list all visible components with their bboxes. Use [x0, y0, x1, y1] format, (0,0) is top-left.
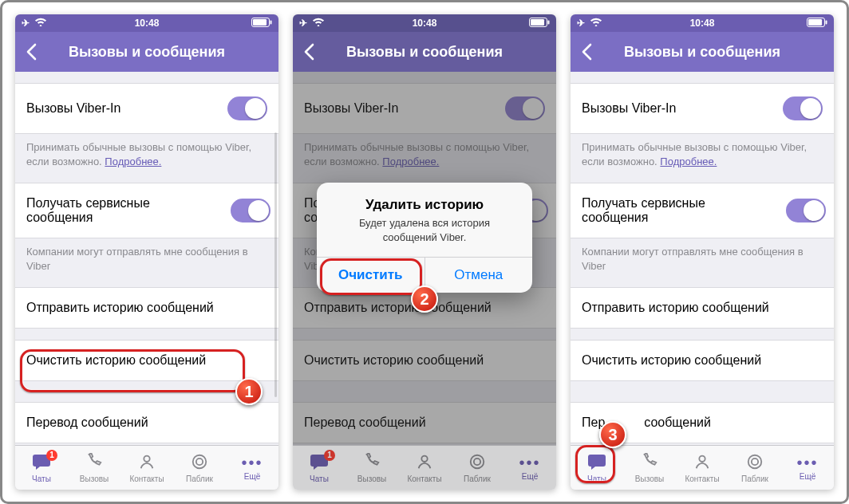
row-clear-history[interactable]: Очистить историю сообщений — [15, 340, 278, 381]
row-label: Вызовы Viber-In — [582, 101, 676, 116]
screenshot-step-1: ✈ 10:48 Вызовы и сообщения Вызовы Viber-… — [15, 14, 278, 490]
row-label: Отправить историю сообщений — [582, 301, 769, 315]
row-send-history[interactable]: Отправить историю сообщений — [571, 287, 834, 329]
tab-chats[interactable]: 1 Чаты — [15, 453, 68, 483]
row-label: Вызовы Viber-In — [26, 101, 120, 116]
settings-list: Вызовы Viber-In Принимать обычные вызовы… — [571, 72, 834, 445]
navbar: Вызовы и сообщения — [571, 32, 834, 72]
tab-label: Ещё — [244, 472, 260, 481]
tab-contacts[interactable]: Контакты — [676, 453, 729, 483]
tab-contacts[interactable]: Контакты — [120, 453, 173, 483]
more-icon: ••• — [241, 455, 263, 471]
public-icon — [468, 453, 486, 473]
more-icon: ••• — [519, 455, 540, 471]
more-icon: ••• — [796, 455, 818, 471]
tab-public[interactable]: Паблик — [729, 453, 781, 483]
tab-public[interactable]: Паблик — [173, 453, 226, 483]
status-time: 10:48 — [293, 18, 556, 29]
status-time: 10:48 — [571, 18, 834, 29]
status-time: 10:48 — [15, 18, 278, 29]
status-bar: ✈ 10:48 — [15, 14, 278, 32]
public-icon — [191, 453, 208, 473]
row-translate[interactable]: Пер сообщений — [571, 402, 834, 443]
toggle-viber-in[interactable] — [227, 96, 267, 120]
row-clear-history[interactable]: Очистить историю сообщений — [571, 340, 834, 381]
tab-calls: Вызовы — [346, 453, 398, 483]
tab-chats[interactable]: Чаты — [571, 453, 623, 483]
row-service-messages[interactable]: Получать сервисные сообщения — [15, 183, 278, 238]
row-label: Отправить историю сообщений — [26, 301, 214, 315]
svg-point-16 — [748, 455, 762, 468]
svg-point-4 — [193, 455, 207, 468]
svg-point-15 — [699, 455, 705, 461]
row-label: Получать сервисные сообщения — [26, 196, 210, 225]
row-send-history[interactable]: Отправить историю сообщений — [15, 287, 278, 329]
row-viber-in[interactable]: Вызовы Viber-In — [15, 83, 278, 134]
status-bar: ✈ 10:48 — [293, 14, 556, 32]
toggle-service[interactable] — [786, 199, 826, 222]
tab-bar: 1 Чаты Вызовы Контакты Паблик •••Ещё — [293, 445, 556, 490]
settings-list: Вызовы Viber-In Принимать обычные вызовы… — [15, 72, 278, 445]
scrollbar[interactable] — [274, 132, 277, 397]
tab-label: Контакты — [407, 474, 441, 483]
viber-in-footnote: Принимать обычные вызовы с помощью Viber… — [15, 134, 278, 171]
unread-badge: 1 — [46, 450, 57, 461]
tab-label: Паблик — [741, 474, 768, 483]
step-badge-1: 1 — [235, 378, 263, 405]
tab-more[interactable]: ••• Ещё — [226, 455, 278, 481]
tab-calls[interactable]: Вызовы — [68, 453, 120, 483]
tab-more: •••Ещё — [503, 455, 556, 481]
tab-label: Чаты — [310, 474, 329, 483]
tab-label: Чаты — [32, 474, 51, 483]
alert-cancel-button[interactable]: Отмена — [425, 258, 533, 293]
tab-label: Ещё — [800, 472, 815, 481]
tab-bar: Чаты Вызовы Контакты Паблик •••Ещё — [571, 445, 834, 490]
alert-title: Удалить историю — [317, 183, 532, 216]
row-label: Очистить историю сообщений — [582, 353, 761, 368]
svg-point-10 — [471, 455, 484, 468]
screenshot-step-2: ✈ 10:48 Вызовы и сообщения Вызовы Viber-… — [293, 14, 556, 490]
page-title: Вызовы и сообщения — [571, 44, 834, 61]
tab-label: Вызовы — [635, 474, 664, 483]
learn-more-link[interactable]: Подробнее. — [105, 156, 161, 167]
row-translate[interactable]: Перевод сообщений — [15, 402, 278, 443]
alert-message: Будет удалена вся история сообщений Vibe… — [317, 216, 532, 257]
svg-point-3 — [144, 455, 149, 461]
status-bar: ✈ 10:48 — [571, 14, 834, 32]
navbar: Вызовы и сообщения — [293, 32, 556, 72]
person-icon — [416, 453, 433, 473]
row-viber-in[interactable]: Вызовы Viber-In — [571, 83, 834, 134]
tab-more[interactable]: •••Ещё — [781, 455, 834, 481]
svg-point-11 — [474, 458, 480, 464]
tab-chats: 1 Чаты — [293, 453, 346, 483]
service-footnote: Компании могут отправлять мне сообщения … — [15, 238, 278, 276]
toggle-viber-in[interactable] — [783, 96, 823, 120]
tab-label: Паблик — [186, 474, 213, 483]
tab-label: Вызовы — [80, 474, 109, 483]
navbar: Вызовы и сообщения — [15, 32, 278, 72]
row-label: Получать сервисные сообщения — [582, 196, 765, 225]
delete-history-alert: Удалить историю Будет удалена вся истори… — [317, 183, 532, 293]
service-footnote: Компании могут отправлять мне сообщения … — [571, 238, 834, 276]
phone-icon — [641, 453, 658, 473]
tab-label: Вызовы — [357, 474, 386, 483]
alert-confirm-button[interactable]: Очистить — [317, 258, 425, 293]
phone-icon — [363, 453, 381, 473]
chat-bubble-icon — [587, 453, 606, 473]
phone-icon — [85, 453, 103, 473]
tab-contacts: Контакты — [398, 453, 451, 483]
chat-bubble-icon: 1 — [32, 453, 51, 473]
tab-bar: 1 Чаты Вызовы Контакты Паблик — [15, 445, 278, 490]
learn-more-link[interactable]: Подробнее. — [660, 156, 717, 167]
tab-label: Ещё — [522, 472, 538, 481]
tab-calls[interactable]: Вызовы — [623, 453, 676, 483]
tab-label: Чаты — [587, 474, 606, 483]
toggle-service[interactable] — [231, 199, 270, 222]
viber-in-footnote: Принимать обычные вызовы с помощью Viber… — [571, 134, 834, 171]
row-label: Перевод сообщений — [26, 415, 148, 430]
chat-bubble-icon: 1 — [310, 453, 329, 473]
page-title: Вызовы и сообщения — [293, 44, 556, 61]
row-label: Очистить историю сообщений — [26, 353, 206, 368]
row-service-messages[interactable]: Получать сервисные сообщения — [571, 183, 834, 238]
row-label: Пер сообщений — [582, 415, 711, 430]
